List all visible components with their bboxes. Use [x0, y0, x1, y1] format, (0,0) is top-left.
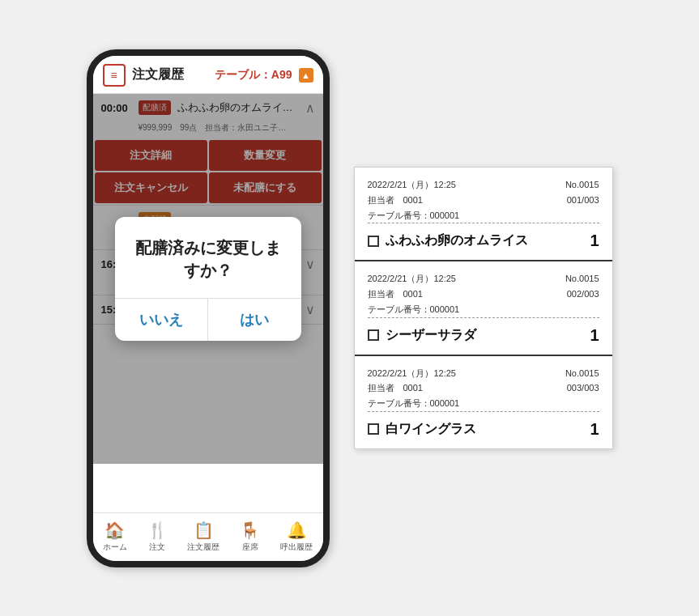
receipt-dashed-1	[368, 223, 599, 223]
receipt-section-1: 2022/2/21（月）12:25 No.0015 担当者 0001 001/0…	[355, 168, 612, 261]
receipt-dashed-2	[368, 317, 599, 318]
receipt-staffno-1: 001/003	[567, 193, 599, 208]
alert-icon: ▲	[299, 68, 313, 83]
receipt-staffno-2: 002/003	[567, 287, 599, 302]
nav-seats[interactable]: 🪑 座席	[240, 520, 260, 553]
receipt-item-name-1: ふわふわ卵のオムライス	[386, 232, 584, 249]
receipt-staff-3: 担当者 0001	[368, 380, 423, 396]
phone-frame: ≡ 注文履歴 テーブル：A99 ▲ 00:00 配膳済 ふわふわ卵のオムライス～…	[87, 49, 330, 567]
receipt-section-3: 2022/2/21（月）12:25 No.0015 担当者 0001 003/0…	[355, 356, 612, 448]
dialog-yes-button[interactable]: はい	[208, 299, 301, 341]
receipt-meta-1: 2022/2/21（月）12:25 No.0015 担当者 0001 001/0…	[368, 177, 599, 223]
receipt-no-3: No.0015	[565, 366, 599, 381]
nav-call-history-label: 呼出履歴	[280, 542, 313, 553]
receipt-checkbox-3[interactable]	[368, 423, 379, 435]
receipt-item-qty-1: 1	[590, 232, 599, 250]
receipt-meta-2: 2022/2/21（月）12:25 No.0015 担当者 0001 002/0…	[368, 271, 599, 316]
receipt-staff-2: 担当者 0001	[368, 287, 423, 302]
receipt-table-3: テーブル番号：000001	[368, 398, 460, 408]
receipt-staff-1: 担当者 0001	[368, 193, 423, 208]
receipt-item-row-2: シーザーサラダ 1	[368, 326, 599, 345]
receipt-no-1: No.0015	[565, 177, 599, 193]
nav-order-history[interactable]: 📋 注文履歴	[187, 520, 220, 553]
receipt-dashed-3	[368, 411, 599, 412]
receipt-meta-3: 2022/2/21（月）12:25 No.0015 担当者 0001 003/0…	[368, 366, 599, 411]
receipt-no-2: No.0015	[565, 271, 599, 287]
receipt-item-row-1: ふわふわ卵のオムライス 1	[368, 232, 599, 250]
receipt-item-row-3: 白ワイングラス 1	[368, 420, 599, 439]
order-history-icon: ≡	[103, 64, 126, 87]
receipt-item-name-3: 白ワイングラス	[386, 421, 584, 438]
home-icon: 🏠	[104, 520, 125, 540]
table-label: テーブル：A99	[215, 68, 292, 83]
nav-home-label: ホーム	[103, 542, 127, 553]
dialog-buttons: いいえ はい	[115, 299, 301, 341]
dialog-message: 配膳済みに変更しますか？	[115, 217, 301, 298]
phone-header: ≡ 注文履歴 テーブル：A99 ▲	[93, 56, 323, 94]
receipt-item-qty-2: 1	[590, 326, 599, 345]
call-history-icon: 🔔	[287, 520, 307, 540]
receipt-staffno-3: 003/003	[567, 380, 599, 396]
order-list: 00:00 配膳済 ふわふわ卵のオムライス～デミ… ∧ ¥999,999 99点…	[93, 94, 323, 512]
receipt-section-2: 2022/2/21（月）12:25 No.0015 担当者 0001 002/0…	[355, 261, 612, 355]
receipt: 2022/2/21（月）12:25 No.0015 担当者 0001 001/0…	[354, 167, 613, 448]
nav-call-history[interactable]: 🔔 呼出履歴	[280, 520, 313, 553]
receipt-table-1: テーブル番号：000001	[368, 210, 460, 220]
receipt-date-1: 2022/2/21（月）12:25	[368, 177, 456, 193]
nav-seats-label: 座席	[242, 542, 258, 553]
dialog-no-button[interactable]: いいえ	[115, 299, 208, 341]
order-history-nav-icon: 📋	[194, 520, 214, 540]
receipt-item-qty-3: 1	[590, 420, 599, 439]
page-title: 注文履歴	[132, 66, 184, 83]
dialog-box: 配膳済みに変更しますか？ いいえ はい	[115, 217, 301, 341]
nav-order-history-label: 注文履歴	[187, 542, 220, 553]
dialog-overlay: 配膳済みに変更しますか？ いいえ はい	[93, 94, 323, 464]
seats-icon: 🪑	[240, 520, 260, 540]
receipt-item-name-2: シーザーサラダ	[386, 327, 584, 344]
bottom-nav: 🏠 ホーム 🍴 注文 📋 注文履歴 🪑 座席 🔔 呼出履歴	[93, 512, 323, 561]
receipt-checkbox-1[interactable]	[368, 236, 379, 247]
nav-order[interactable]: 🍴 注文	[147, 520, 168, 553]
order-icon: 🍴	[147, 520, 168, 540]
receipt-table-2: テーブル番号：000001	[368, 304, 460, 314]
receipt-checkbox-2[interactable]	[368, 329, 379, 341]
nav-home[interactable]: 🏠 ホーム	[103, 520, 127, 553]
receipt-date-3: 2022/2/21（月）12:25	[368, 366, 456, 381]
nav-order-label: 注文	[149, 542, 165, 553]
receipt-date-2: 2022/2/21（月）12:25	[368, 271, 456, 287]
